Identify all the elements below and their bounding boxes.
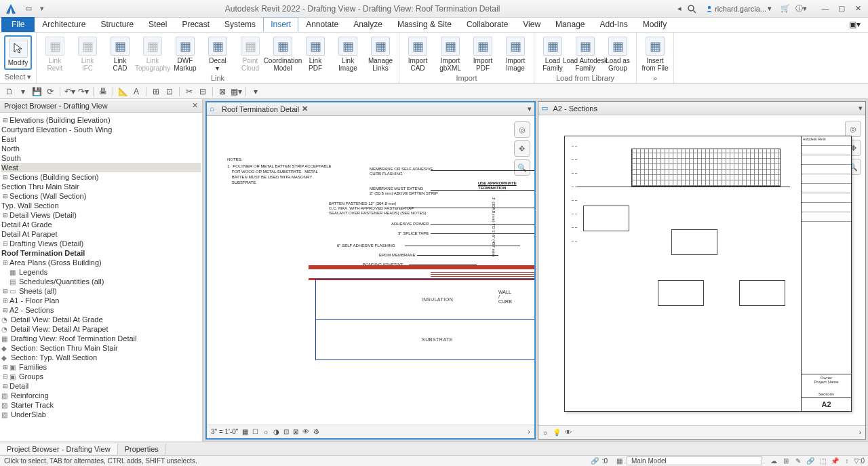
tree-detail-group[interactable]: Detail — [9, 382, 28, 390]
dwf-markup-button[interactable]: ▦DWF Markup — [171, 35, 199, 73]
qb-more-icon[interactable]: ▾ — [250, 86, 261, 97]
select-links-icon[interactable]: 🔗 — [806, 457, 815, 466]
link-image-button[interactable]: ▦Link Image — [334, 35, 362, 73]
drafting-canvas[interactable]: ◎ ✥ 🔍 NOTES: 1. POLYMER OR METAL BATTEN … — [207, 116, 534, 425]
view-menu-icon[interactable]: ▾ — [859, 104, 863, 113]
ribbon-collapse-icon[interactable]: ▣▾ — [842, 17, 868, 32]
tab-structure[interactable]: Structure — [93, 17, 141, 32]
qb-open-icon[interactable]: ▾ — [18, 86, 28, 97]
qb-sync-icon[interactable]: ⟳ — [45, 86, 56, 97]
cart-icon[interactable]: 🛒 — [781, 4, 790, 13]
search-icon[interactable] — [687, 4, 696, 14]
tree-a2-item[interactable]: Detail View: Detail At Parapet — [11, 325, 108, 333]
select-pinned-icon[interactable]: 📌 — [830, 457, 840, 466]
tree-drafting-views[interactable]: Drafting Views (Detail) — [9, 239, 83, 248]
tab-collaborate[interactable]: Collaborate — [459, 17, 515, 32]
tree-a1[interactable]: A1 - Floor Plan — [9, 296, 59, 305]
qb-dim-icon[interactable]: ⊞ — [151, 86, 161, 97]
tree-item[interactable]: Typ. Wall Section — [1, 201, 59, 210]
qat-open-icon[interactable]: ▭ — [23, 3, 34, 14]
shadow-icon[interactable]: 💡 — [553, 429, 561, 436]
qb-new-icon[interactable]: 🗋 — [4, 86, 15, 97]
manage-links-button[interactable]: ▦Manage Links — [366, 35, 395, 73]
qb-redo-icon[interactable]: ↷▾ — [78, 86, 89, 97]
view-sheet-a2[interactable]: ▭ A2 - Sections ▾ ◎ ✥ 🔍 — [538, 101, 867, 440]
scroll-right-icon[interactable]: › — [859, 429, 861, 436]
nav-zoom-icon[interactable]: 🔍 — [514, 159, 530, 176]
maximize-button[interactable]: ▢ — [834, 3, 849, 15]
tab-modify[interactable]: Modify — [635, 17, 674, 32]
filter-icon[interactable]: ▽:0 — [854, 457, 864, 466]
tab-architecture[interactable]: Architecture — [35, 17, 93, 32]
shadow-icon[interactable]: ◑ — [273, 428, 279, 435]
decal-button[interactable]: ▦Decal ▾ — [203, 35, 232, 73]
tree-legends[interactable]: Legends — [19, 268, 47, 276]
tree-families[interactable]: Families — [19, 363, 47, 371]
worksets-icon[interactable]: ☁ — [769, 457, 778, 466]
keyboard-icon[interactable]: ◂ — [677, 4, 682, 13]
tree-item-selected[interactable]: West — [1, 163, 18, 172]
sheet-icon[interactable]: ▭ — [541, 104, 551, 113]
tab-properties[interactable]: Properties — [118, 444, 166, 454]
qb-print-icon[interactable]: 🖶 — [98, 86, 108, 97]
view-drafting-detail[interactable]: ⌂ Roof Termination Detail ✕ ▾ ◎ ✥ 🔍 NOTE… — [205, 101, 536, 440]
qb-close-icon[interactable]: ⊠ — [217, 86, 228, 97]
tree-schedules[interactable]: Schedules/Quantities (all) — [19, 277, 104, 286]
tree-item[interactable]: Courtyard Elevation - South Wing — [1, 125, 112, 134]
load-group-button[interactable]: ▦Load as Group — [604, 35, 632, 73]
insert-from-file-button[interactable]: ▦Insert from File — [641, 35, 669, 73]
import-pdf-button[interactable]: ▦Import PDF — [469, 35, 497, 73]
editable-icon[interactable]: ✎ — [793, 457, 803, 466]
coord-model-button[interactable]: ▦Coordination Model — [269, 35, 297, 73]
tree-item[interactable]: North — [1, 144, 20, 153]
crop-region-icon[interactable]: ⊠ — [293, 428, 298, 435]
tree-item[interactable]: Section Thru Main Stair — [1, 182, 79, 191]
tree-a2-item[interactable]: Detail View: Detail At Grade — [11, 315, 103, 324]
tab-annotate[interactable]: Annotate — [298, 17, 346, 32]
tree-sections-wall[interactable]: Sections (Wall Section) — [9, 192, 86, 200]
tree-area-plans[interactable]: Area Plans (Gross Building) — [9, 258, 102, 267]
tab-steel[interactable]: Steel — [141, 17, 174, 32]
help-icon[interactable]: ⓘ▾ — [795, 3, 807, 14]
import-gbxml-button[interactable]: ▦Import gbXML — [436, 35, 465, 73]
tab-precast[interactable]: Precast — [174, 17, 217, 32]
qb-section-icon[interactable]: ✂ — [184, 86, 195, 97]
tree-a2[interactable]: A2 - Sections — [9, 306, 54, 314]
qb-align-icon[interactable]: A — [131, 86, 142, 97]
load-autodesk-button[interactable]: ▦Load Autodesk Family — [571, 35, 599, 73]
qb-text-icon[interactable]: ⊡ — [164, 86, 175, 97]
model-group-icon[interactable]: ▦ — [614, 457, 624, 466]
tab-systems[interactable]: Systems — [217, 17, 263, 32]
tree-sections-bld[interactable]: Sections (Building Section) — [9, 173, 98, 181]
scroll-right-icon[interactable]: › — [528, 428, 530, 435]
tree-detail-item[interactable]: Starter Track — [11, 401, 54, 409]
nav-wheel-icon[interactable]: ◎ — [514, 121, 530, 138]
browser-close-icon[interactable]: ✕ — [192, 101, 198, 110]
qb-thin-icon[interactable]: ⊟ — [197, 86, 208, 97]
hide-icon[interactable]: 👁 — [302, 428, 309, 435]
tab-file[interactable]: File — [1, 17, 35, 32]
tab-analyze[interactable]: Analyze — [346, 17, 390, 32]
tree-a2-item[interactable]: Drafting View: Roof Termination Detail — [11, 334, 136, 343]
tab-insert[interactable]: Insert — [263, 17, 298, 32]
qb-switch-icon[interactable]: ▦▾ — [231, 86, 241, 97]
hide-icon[interactable]: 👁 — [565, 429, 572, 436]
tab-project-browser[interactable]: Project Browser - Drafting View — [0, 444, 118, 454]
qb-save-icon[interactable]: 💾 — [31, 86, 42, 97]
qb-measure-icon[interactable]: 📐 — [117, 86, 128, 97]
modify-button[interactable]: Modify — [4, 35, 32, 70]
select-group-label[interactable]: Select ▾ — [4, 72, 32, 82]
tree-item[interactable]: East — [1, 135, 16, 143]
detail-level-icon[interactable]: ▦ — [242, 428, 248, 435]
tree-detail-views[interactable]: Detail Views (Detail) — [9, 211, 77, 219]
qat-dropdown-icon[interactable]: ▾ — [37, 3, 47, 14]
nav-pan-icon[interactable]: ✥ — [514, 140, 530, 157]
browser-header[interactable]: Project Browser - Drafting View ✕ — [0, 99, 202, 113]
tree-detail-item[interactable]: Reinforcing — [11, 391, 49, 400]
tree-a2-item[interactable]: Section: Section Thru Main Stair — [11, 344, 118, 352]
reveal-icon[interactable]: ⚙ — [313, 428, 319, 435]
minimize-button[interactable]: — — [818, 3, 833, 15]
crop-icon[interactable]: ⊡ — [283, 428, 289, 435]
link-cad-button[interactable]: ▦Link CAD — [106, 35, 134, 73]
close-button[interactable]: ✕ — [850, 3, 865, 15]
